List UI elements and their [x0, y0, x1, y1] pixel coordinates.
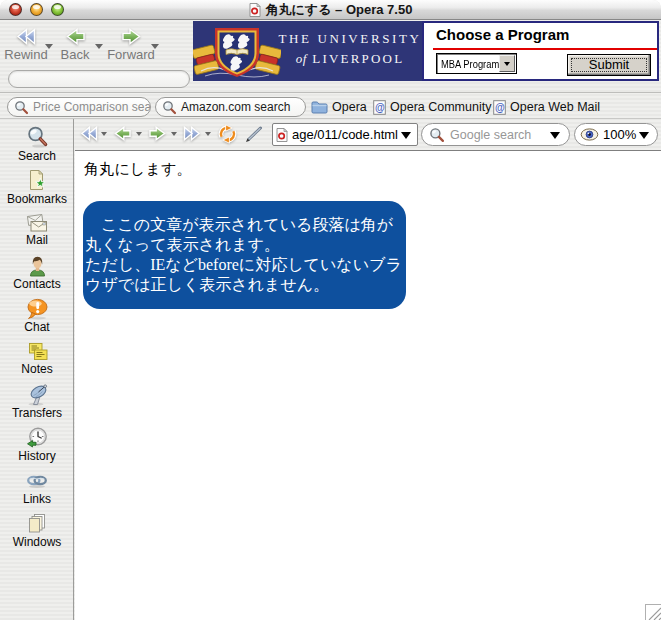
- fast-forward-icon[interactable]: [183, 126, 201, 141]
- opera-web-mail-button[interactable]: @ Opera Web Mail: [493, 97, 600, 117]
- window-title: 角丸にする – Opera 7.50: [266, 1, 413, 19]
- google-search-field[interactable]: Google search: [421, 123, 570, 146]
- progress-field: [8, 70, 190, 88]
- sidebar-label: Notes: [0, 362, 74, 376]
- back-label: Back: [61, 47, 90, 62]
- sidebar-item-links[interactable]: Links: [0, 468, 74, 511]
- back-icon[interactable]: [113, 126, 132, 141]
- resize-grip[interactable]: [645, 604, 661, 620]
- sidebar-item-history[interactable]: History: [0, 425, 74, 468]
- forward-button[interactable]: Forward: [105, 28, 157, 63]
- university-name-line2: of LIVERPOOL: [278, 51, 422, 67]
- compose-pencil-icon[interactable]: [244, 125, 264, 143]
- address-field[interactable]: age/011/code.html: [272, 123, 418, 146]
- zoom-value: 100%: [603, 127, 636, 142]
- sidebar-item-windows[interactable]: Windows: [0, 511, 74, 554]
- at-page-icon: @: [493, 100, 506, 115]
- zoom-control[interactable]: 100%: [574, 123, 658, 146]
- bookmarks-panel-icon: [26, 169, 48, 192]
- page-document-icon: [249, 3, 261, 17]
- search-icon: [429, 127, 445, 143]
- university-city: LIVERPOOL: [312, 51, 404, 66]
- rounded-paragraph: ここの文章が表示されている段落は角が丸くなって表示されます。 ただし、IEなどb…: [83, 201, 406, 309]
- mail-panel-icon: [25, 212, 49, 233]
- opera-browser-window: 角丸にする – Opera 7.50 Rewind Back Forward: [0, 0, 661, 620]
- rewind-dropdown-arrow[interactable]: [101, 132, 107, 136]
- sidebar-label: Chat: [0, 320, 74, 334]
- sidebar-item-notes[interactable]: Notes: [0, 339, 74, 382]
- sidebar-item-bookmarks[interactable]: Bookmarks: [0, 167, 74, 210]
- rewind-label: Rewind: [4, 47, 47, 62]
- sidebar-label: Search: [0, 149, 74, 163]
- main-toolbar: Rewind Back Forward: [0, 20, 661, 93]
- price-comparison-search-field[interactable]: Price Comparison search: [7, 97, 151, 117]
- ad-program-form: Choose a Program MBA Program Submit: [422, 21, 659, 81]
- forward-icon[interactable]: [148, 126, 167, 141]
- google-search-placeholder: Google search: [450, 128, 531, 142]
- notes-panel-icon: [26, 341, 49, 362]
- search-icon: [162, 100, 177, 115]
- sidebar-label: History: [0, 449, 74, 463]
- search-panel-icon: [26, 126, 49, 149]
- page-favicon: [276, 128, 288, 142]
- program-select-dropdown-button[interactable]: [499, 55, 515, 72]
- svg-text:@: @: [375, 102, 385, 113]
- sidebar-item-search[interactable]: Search: [0, 124, 74, 167]
- university-banner-ad[interactable]: THE UNIVERSITY of LIVERPOOL: [193, 21, 422, 81]
- forward-dropdown-arrow[interactable]: [151, 44, 159, 49]
- price-comparison-placeholder: Price Comparison search: [33, 100, 151, 114]
- amazon-search-field[interactable]: Amazon.com search: [155, 97, 306, 117]
- forward-label: Forward: [107, 47, 155, 62]
- sidebar-label: Bookmarks: [0, 192, 74, 206]
- window-title-area: 角丸にする – Opera 7.50: [0, 0, 661, 20]
- sidebar-label: Mail: [0, 233, 74, 247]
- ad-heading: Choose a Program: [436, 26, 569, 43]
- back-button[interactable]: Back: [51, 28, 99, 63]
- zoom-dropdown-arrow[interactable]: [639, 132, 649, 139]
- sidebar-label: Contacts: [0, 277, 74, 291]
- google-search-dropdown-arrow[interactable]: [550, 132, 560, 139]
- address-url: age/011/code.html: [292, 127, 398, 142]
- address-dropdown-arrow[interactable]: [401, 132, 411, 139]
- amazon-search-value: Amazon.com search: [181, 100, 290, 114]
- windows-panel-icon: [27, 513, 48, 535]
- fast-forward-dropdown-arrow[interactable]: [205, 132, 211, 136]
- university-name-line1: THE UNIVERSITY: [278, 31, 422, 47]
- opera-label: Opera: [332, 100, 367, 114]
- rewind-icon[interactable]: [80, 126, 98, 141]
- sidebar-label: Transfers: [0, 406, 74, 420]
- at-page-icon: @: [373, 100, 386, 115]
- opera-community-button[interactable]: @ Opera Community: [373, 97, 491, 117]
- dropdown-caret-icon: [504, 62, 510, 66]
- university-of: of: [296, 51, 307, 66]
- university-crest-icon: [193, 21, 281, 81]
- sidebar-item-mail[interactable]: Mail: [0, 210, 74, 253]
- sidebar-item-chat[interactable]: Chat: [0, 296, 74, 339]
- svg-text:@: @: [495, 102, 505, 113]
- back-dropdown-arrow[interactable]: [136, 132, 142, 136]
- back-icon: [65, 28, 86, 45]
- links-panel-icon: [25, 470, 49, 492]
- rewind-icon: [16, 28, 36, 45]
- program-select[interactable]: MBA Program: [436, 53, 517, 74]
- transfers-panel-icon: [25, 384, 49, 406]
- university-banner-text: THE UNIVERSITY of LIVERPOOL: [278, 31, 422, 67]
- back-dropdown-arrow[interactable]: [95, 44, 103, 49]
- rewind-button[interactable]: Rewind: [1, 28, 51, 63]
- contacts-panel-icon: [27, 255, 48, 277]
- sidebar-label: Links: [0, 492, 74, 506]
- sidebar-label: Windows: [0, 535, 74, 549]
- forward-dropdown-arrow[interactable]: [171, 132, 177, 136]
- sidebar-item-contacts[interactable]: Contacts: [0, 253, 74, 296]
- reload-icon[interactable]: [217, 124, 238, 144]
- forward-icon: [121, 28, 142, 45]
- ad-red-divider: [433, 48, 657, 50]
- personal-bar: Price Comparison search Amazon.com searc…: [0, 94, 661, 119]
- submit-button[interactable]: Submit: [567, 54, 651, 76]
- sidebar-item-transfers[interactable]: Transfers: [0, 382, 74, 425]
- chat-panel-icon: [25, 298, 49, 320]
- opera-bookmark-button[interactable]: Opera: [311, 97, 367, 117]
- panel-selector-sidebar: Search Bookmarks Mail: [0, 119, 74, 620]
- focus-ring: [571, 58, 647, 72]
- history-panel-icon: [26, 427, 49, 449]
